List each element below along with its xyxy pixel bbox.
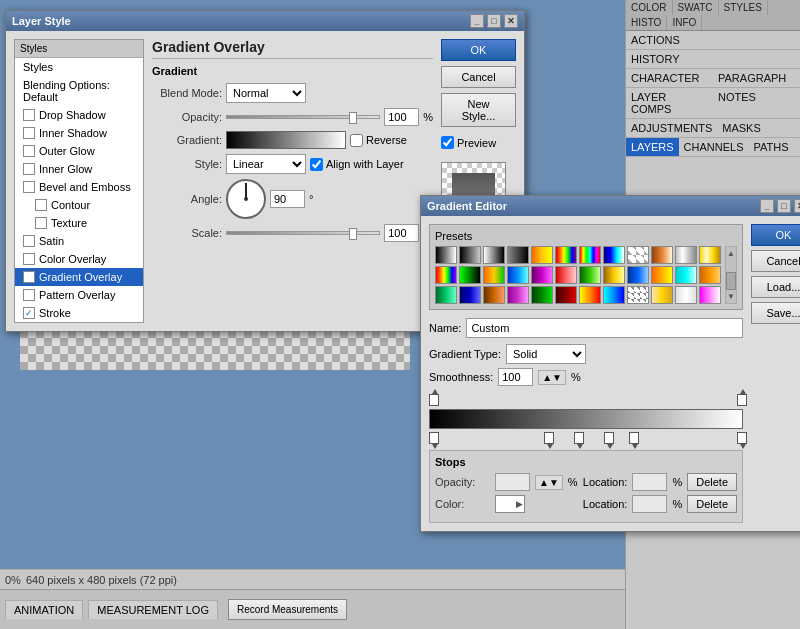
preset-pink[interactable] [699, 286, 721, 304]
preview-checkbox[interactable] [441, 136, 454, 149]
color-stop-right[interactable] [737, 432, 747, 444]
cancel-button[interactable]: Cancel [441, 66, 516, 88]
color-stop-mid2[interactable] [574, 432, 584, 444]
color-stop-mid4[interactable] [629, 432, 639, 444]
preset-fire[interactable] [579, 286, 601, 304]
gradient-overlay-checkbox[interactable] [23, 271, 35, 283]
stop-location-input2[interactable] [632, 495, 667, 513]
ge-close-button[interactable]: ✕ [794, 199, 800, 213]
delete-opacity-stop-button[interactable]: Delete [687, 473, 737, 491]
minimize-button[interactable]: _ [470, 14, 484, 28]
ge-cancel-button[interactable]: Cancel [751, 250, 800, 272]
angle-wheel[interactable] [226, 179, 266, 219]
style-item-blending[interactable]: Blending Options: Default [15, 76, 143, 106]
history-section[interactable]: HISTORY [626, 50, 800, 69]
paths-section[interactable]: PATHS [749, 138, 801, 156]
preset-wheat[interactable] [651, 286, 673, 304]
stop-color-box[interactable]: ▶ [495, 495, 525, 513]
preset-transparent[interactable] [459, 246, 481, 264]
preset-green[interactable] [579, 266, 601, 284]
opacity-stop-right[interactable] [737, 394, 747, 406]
close-button[interactable]: ✕ [504, 14, 518, 28]
drop-shadow-checkbox[interactable] [23, 109, 35, 121]
preset-white2[interactable] [675, 286, 697, 304]
style-item-styles[interactable]: Styles [15, 58, 143, 76]
opacity-input[interactable] [384, 108, 419, 126]
opacity-stepper[interactable]: ▲▼ [535, 475, 563, 490]
color-stops[interactable] [429, 430, 743, 444]
preset-copper[interactable] [651, 246, 673, 264]
preset-magenta[interactable] [507, 286, 529, 304]
opacity-stop-left[interactable] [429, 394, 439, 406]
outer-glow-checkbox[interactable] [23, 145, 35, 157]
style-item-contour[interactable]: Contour [15, 196, 143, 214]
preset-warm[interactable] [531, 246, 553, 264]
gradient-preview[interactable] [226, 131, 346, 149]
style-item-bevel[interactable]: Bevel and Emboss [15, 178, 143, 196]
scroll-down-arrow[interactable]: ▼ [725, 290, 737, 303]
swatches-tab[interactable]: SWATC [673, 0, 719, 15]
color-arrow[interactable]: ▶ [516, 499, 523, 509]
delete-color-stop-button[interactable]: Delete [687, 495, 737, 513]
stop-location-input1[interactable] [632, 473, 667, 491]
angle-input[interactable] [270, 190, 305, 208]
pattern-overlay-checkbox[interactable] [23, 289, 35, 301]
preset-diagonal[interactable] [627, 286, 649, 304]
layers-section[interactable]: LAYERS [626, 138, 679, 156]
scroll-up-arrow[interactable]: ▲ [725, 247, 737, 260]
preset-bw[interactable] [435, 246, 457, 264]
preset-darkred[interactable] [555, 286, 577, 304]
style-item-texture[interactable]: Texture [15, 214, 143, 232]
smoothness-input[interactable] [498, 368, 533, 386]
preset-blue2[interactable] [627, 266, 649, 284]
style-item-satin[interactable]: Satin [15, 232, 143, 250]
character-section[interactable]: CHARACTER [626, 69, 713, 87]
preset-r2[interactable] [435, 266, 457, 284]
preset-g2b[interactable] [459, 266, 481, 284]
opacity-thumb[interactable] [349, 112, 357, 124]
gradient-bar[interactable] [429, 409, 743, 429]
preset-rainbow[interactable] [555, 246, 577, 264]
color-stop-mid3[interactable] [604, 432, 614, 444]
measurement-log-tab[interactable]: MEASUREMENT LOG [88, 600, 218, 619]
adjustments-section[interactable]: ADJUSTMENTS [626, 119, 717, 137]
opacity-stops[interactable] [429, 394, 743, 408]
scale-input[interactable] [384, 224, 419, 242]
preset-ocean[interactable] [507, 266, 529, 284]
style-item-drop-shadow[interactable]: Drop Shadow [15, 106, 143, 124]
ge-load-button[interactable]: Load... [751, 276, 800, 298]
scale-thumb[interactable] [349, 228, 357, 240]
preset-silver[interactable] [675, 246, 697, 264]
info-tab[interactable]: INFO [667, 15, 702, 30]
ge-ok-button[interactable]: OK [751, 224, 800, 246]
masks-section[interactable]: MASKS [717, 119, 800, 137]
preset-darkgreen[interactable] [531, 286, 553, 304]
preset-red[interactable] [555, 266, 577, 284]
smoothness-stepper[interactable]: ▲▼ [538, 370, 566, 385]
preset-amber[interactable] [699, 266, 721, 284]
style-item-color-overlay[interactable]: Color Overlay [15, 250, 143, 268]
preset-warm2[interactable] [483, 266, 505, 284]
style-select[interactable]: Linear Radial Angle [226, 154, 306, 174]
color-stop-mid1[interactable] [544, 432, 554, 444]
channels-section[interactable]: CHANNELS [679, 138, 749, 156]
ok-button[interactable]: OK [441, 39, 516, 61]
animation-tab[interactable]: ANIMATION [5, 600, 83, 619]
preset-cyan[interactable] [675, 266, 697, 284]
stroke-checkbox[interactable] [23, 307, 35, 319]
contour-checkbox[interactable] [35, 199, 47, 211]
preset-checker[interactable] [627, 246, 649, 264]
bevel-checkbox[interactable] [23, 181, 35, 193]
history-tab[interactable]: HISTO [626, 15, 667, 30]
maximize-button[interactable]: □ [487, 14, 501, 28]
style-item-inner-shadow[interactable]: Inner Shadow [15, 124, 143, 142]
ge-maximize-button[interactable]: □ [777, 199, 791, 213]
ge-save-button[interactable]: Save... [751, 302, 800, 324]
preset-yellow[interactable] [603, 266, 625, 284]
preset-purple[interactable] [531, 266, 553, 284]
stop-opacity-input[interactable] [495, 473, 530, 491]
inner-glow-checkbox[interactable] [23, 163, 35, 175]
scale-slider[interactable] [226, 231, 380, 235]
reverse-checkbox[interactable] [350, 134, 363, 147]
color-stop-left[interactable] [429, 432, 439, 444]
